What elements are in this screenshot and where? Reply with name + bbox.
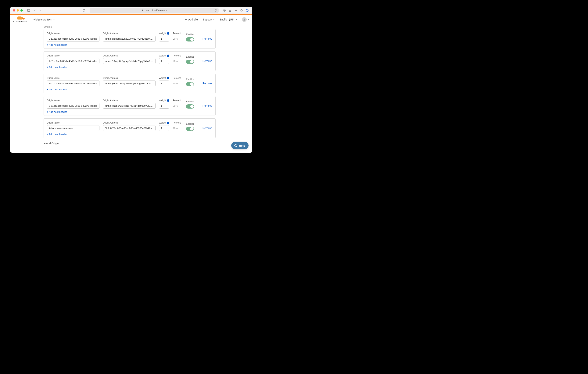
- chevron-down-icon: [53, 19, 55, 20]
- add-host-header-button[interactable]: + Add host header: [47, 88, 212, 91]
- reload-icon[interactable]: [214, 9, 217, 12]
- weight-label: Weight i: [159, 121, 169, 124]
- info-icon[interactable]: i: [167, 54, 169, 57]
- origins-section-label: Origins: [43, 24, 216, 29]
- enabled-label: Enabled: [186, 123, 194, 125]
- info-icon[interactable]: i: [167, 77, 169, 79]
- weight-input[interactable]: [159, 125, 169, 131]
- avatar-icon: [242, 17, 247, 22]
- help-button[interactable]: Help: [231, 142, 249, 149]
- url-text: dash.cloudflare.com: [145, 9, 167, 12]
- info-icon[interactable]: i: [167, 99, 169, 102]
- add-host-header-button[interactable]: + Add host header: [47, 43, 212, 46]
- support-menu[interactable]: Support: [203, 18, 215, 21]
- app-header: CLOUDFLARE widgetcorp.tech Add site Supp…: [10, 15, 252, 24]
- svg-rect-9: [241, 10, 242, 11]
- weight-input[interactable]: [159, 36, 169, 42]
- lock-icon: [142, 9, 144, 11]
- minimize-window-icon[interactable]: [17, 9, 19, 11]
- percent-label: Percent: [173, 77, 183, 79]
- share-icon[interactable]: [228, 8, 233, 13]
- percent-label: Percent: [173, 121, 183, 124]
- account-menu[interactable]: [242, 17, 249, 22]
- origin-address-input[interactable]: [103, 58, 156, 64]
- info-icon[interactable]: i: [167, 122, 169, 124]
- enabled-label: Enabled: [186, 78, 194, 81]
- origin-name-input[interactable]: [47, 103, 99, 108]
- origin-name-input[interactable]: [47, 125, 99, 131]
- origin-name-input[interactable]: [47, 36, 99, 42]
- onepassword-icon[interactable]: [245, 8, 250, 13]
- weight-label: Weight i: [159, 54, 169, 57]
- weight-input[interactable]: [159, 58, 169, 64]
- content-area: Origins Origin Name Origin Address Weigh…: [10, 24, 252, 153]
- titlebar: dash.cloudflare.com: [10, 7, 252, 14]
- enabled-toggle[interactable]: [186, 127, 194, 131]
- enabled-toggle[interactable]: [186, 104, 194, 108]
- chat-icon: [234, 144, 237, 147]
- remove-button[interactable]: Remove: [202, 103, 212, 108]
- back-icon[interactable]: [32, 8, 38, 13]
- percent-label: Percent: [173, 32, 183, 35]
- svg-rect-2: [142, 10, 143, 11]
- enabled-toggle[interactable]: [186, 37, 194, 42]
- weight-label: Weight i: [159, 77, 169, 79]
- remove-button[interactable]: Remove: [202, 81, 212, 86]
- origin-address-input[interactable]: [103, 125, 156, 131]
- origins-list: Origin Name Origin Address Weight i Perc…: [43, 29, 216, 138]
- tabs-icon[interactable]: [239, 8, 244, 13]
- add-host-header-button[interactable]: + Add host header: [47, 110, 212, 113]
- percent-label: Percent: [173, 54, 183, 57]
- origin-address-label: Origin Address: [103, 32, 156, 35]
- site-selector[interactable]: widgetcorp.tech: [33, 18, 55, 21]
- sidebar-toggle-icon[interactable]: [26, 8, 31, 13]
- origin-card: Origin Name Origin Address Weight i Perc…: [43, 29, 216, 49]
- enabled-toggle[interactable]: [186, 82, 194, 86]
- origin-name-label: Origin Name: [47, 77, 99, 79]
- window-controls: [13, 9, 23, 11]
- chevron-down-icon: [213, 19, 215, 20]
- help-label: Help: [239, 144, 245, 147]
- info-icon[interactable]: i: [167, 32, 169, 35]
- enabled-label: Enabled: [186, 100, 194, 103]
- enabled-toggle[interactable]: [186, 60, 194, 64]
- maximize-window-icon[interactable]: [21, 9, 23, 11]
- chevron-down-icon: [248, 19, 249, 20]
- add-origin-button[interactable]: + Add Origin: [43, 141, 216, 145]
- weight-input[interactable]: [159, 103, 169, 108]
- support-label: Support: [203, 18, 212, 21]
- origin-address-input[interactable]: [103, 103, 156, 108]
- percent-label: Percent: [173, 99, 183, 102]
- origin-address-input[interactable]: [103, 36, 156, 42]
- percent-value: 20%: [173, 81, 183, 86]
- add-host-header-button[interactable]: + Add host header: [47, 66, 212, 69]
- remove-button[interactable]: Remove: [202, 125, 212, 131]
- url-bar[interactable]: dash.cloudflare.com: [90, 8, 219, 13]
- add-site-button[interactable]: Add site: [185, 18, 198, 21]
- origin-address-label: Origin Address: [103, 99, 156, 102]
- downloads-icon[interactable]: [222, 8, 227, 13]
- origin-address-input[interactable]: [103, 81, 156, 86]
- svg-rect-0: [27, 9, 30, 11]
- origin-card: Origin Name Origin Address Weight i Perc…: [43, 118, 216, 138]
- weight-input[interactable]: [159, 81, 169, 86]
- origin-name-label: Origin Name: [47, 99, 99, 102]
- cloudflare-logo[interactable]: CLOUDFLARE: [13, 16, 28, 22]
- origin-name-input[interactable]: [47, 58, 99, 64]
- site-name: widgetcorp.tech: [33, 18, 52, 21]
- percent-value: 20%: [173, 58, 183, 64]
- origin-address-label: Origin Address: [103, 77, 156, 79]
- new-tab-icon[interactable]: [233, 8, 238, 13]
- origin-name-label: Origin Name: [47, 54, 99, 57]
- percent-value: 20%: [173, 36, 183, 42]
- privacy-shield-icon[interactable]: [82, 8, 86, 13]
- toolbar-right: [222, 8, 250, 13]
- remove-button[interactable]: Remove: [202, 58, 212, 64]
- remove-button[interactable]: Remove: [202, 36, 212, 42]
- enabled-label: Enabled: [186, 55, 194, 58]
- add-host-header-button[interactable]: + Add host header: [47, 133, 212, 136]
- origin-name-input[interactable]: [47, 81, 99, 86]
- language-menu[interactable]: English (US): [220, 18, 237, 21]
- close-window-icon[interactable]: [13, 9, 15, 11]
- origin-card: Origin Name Origin Address Weight i Perc…: [43, 51, 216, 71]
